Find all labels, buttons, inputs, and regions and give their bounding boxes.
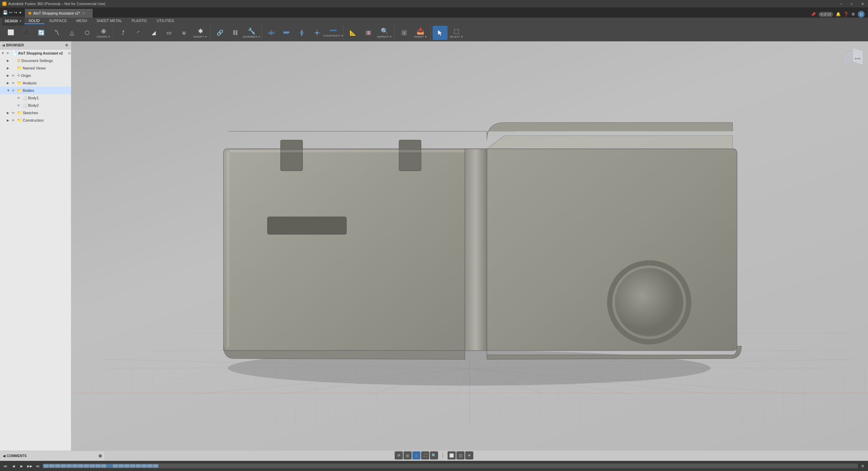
timeline-item[interactable]: [78, 464, 83, 468]
settings-icon[interactable]: ⚙: [851, 12, 855, 17]
shell-tool[interactable]: ▭: [161, 26, 176, 40]
midplane-tool[interactable]: [279, 26, 294, 40]
press-pull-tool[interactable]: ⤴: [116, 26, 131, 40]
timeline-item[interactable]: [61, 464, 66, 468]
timeline-item[interactable]: [141, 464, 147, 468]
timeline-item[interactable]: [95, 464, 101, 468]
environment-tool[interactable]: ☀: [465, 451, 473, 459]
as-built-joint-tool[interactable]: ⛓: [228, 26, 243, 40]
maximize-button[interactable]: □: [846, 0, 857, 7]
construction-eye-icon[interactable]: 👁: [12, 119, 16, 122]
timeline-item[interactable]: [90, 464, 95, 468]
timeline-item[interactable]: [113, 464, 118, 468]
collapse-icon[interactable]: ◀: [2, 43, 5, 47]
interference-tool[interactable]: [361, 26, 376, 40]
timeline-item[interactable]: [118, 464, 124, 468]
subtab-utilities[interactable]: UTILITIES: [152, 18, 179, 24]
subtab-solid[interactable]: SOLID: [24, 18, 44, 24]
mirror-tool[interactable]: ⬡: [80, 26, 95, 40]
subtab-sheet-metal[interactable]: SHEET METAL: [92, 18, 127, 24]
body1-eye-icon[interactable]: 👁: [17, 96, 22, 100]
select-tool[interactable]: [433, 26, 448, 40]
joint-tool[interactable]: 🔗: [213, 26, 228, 40]
subtab-plastic[interactable]: PLASTIC: [127, 18, 152, 24]
timeline-next-icon[interactable]: ▶▶: [26, 463, 33, 469]
origin-eye-icon[interactable]: 👁: [12, 74, 16, 78]
combine-tool[interactable]: ⊌: [177, 26, 192, 40]
quick-access-menu-icon[interactable]: ▼: [19, 11, 22, 15]
display-settings-tool[interactable]: ⬜: [448, 451, 456, 459]
viewcube[interactable]: BACK: [837, 45, 865, 72]
point-tool[interactable]: [310, 26, 324, 40]
timeline-item[interactable]: [55, 464, 60, 468]
inspect-group[interactable]: 🔍 INSPECT ▼: [376, 26, 393, 40]
timeline-item[interactable]: [43, 464, 49, 468]
tree-origin[interactable]: ▶ 👁 ✛ Origin: [0, 72, 71, 79]
select-group[interactable]: ⬚ SELECT ▼: [448, 26, 465, 40]
tree-body2[interactable]: ▶ 👁 ⬜ Body2: [0, 102, 71, 109]
timeline-item[interactable]: [130, 464, 135, 468]
timeline-item[interactable]: [153, 464, 158, 468]
quick-save-icon[interactable]: 💾: [3, 10, 8, 15]
timeline-track[interactable]: [43, 464, 858, 468]
comments-settings-icon[interactable]: ⚙: [98, 454, 102, 458]
offset-plane-tool[interactable]: [264, 26, 279, 40]
zoom-tool[interactable]: 🔍: [430, 451, 438, 459]
axis-tool[interactable]: [294, 26, 309, 40]
viewport[interactable]: BACK: [71, 41, 868, 451]
timeline-item[interactable]: [124, 464, 130, 468]
tree-named-views[interactable]: ▶ 👁 📁 Named Views: [0, 64, 71, 72]
sweep-tool[interactable]: 〽: [49, 26, 64, 40]
construct-group[interactable]: CONSTRUCT ▼: [325, 26, 342, 40]
look-at-tool[interactable]: ◎: [403, 451, 412, 459]
active-tab[interactable]: AIoT Shopping Assistant v2* ✕: [25, 9, 93, 18]
timeline-first-icon[interactable]: ⏮: [2, 463, 9, 469]
timeline-item[interactable]: [84, 464, 89, 468]
minimize-button[interactable]: ─: [835, 0, 846, 7]
root-settings-icon[interactable]: ⚙: [68, 52, 71, 55]
undo-icon[interactable]: ↩: [9, 10, 13, 15]
orbit-tool[interactable]: ⟳: [395, 451, 403, 459]
help-icon[interactable]: ❓: [844, 12, 849, 17]
modify-group[interactable]: ✱ MODIFY ▼: [192, 26, 209, 40]
measure-tool[interactable]: 📐: [346, 26, 360, 40]
assemble-group[interactable]: 🔧 ASSEMBLE ▼: [243, 26, 260, 40]
timeline-last-icon[interactable]: ⏭: [35, 463, 41, 469]
create-group[interactable]: ⊕ CREATE ▼: [95, 26, 112, 40]
timeline-item[interactable]: [101, 464, 106, 468]
tree-analysis[interactable]: ▶ 👁 📁 Analysis: [0, 79, 71, 87]
bodies-eye-icon[interactable]: 👁: [12, 89, 16, 93]
design-menu-button[interactable]: DESIGN ▼: [2, 16, 24, 26]
extrude-tool[interactable]: ⬛: [19, 26, 34, 40]
root-eye-icon[interactable]: 👁: [6, 52, 11, 55]
tree-root[interactable]: ▼ 👁 📄 AIoT Shopping Assistant v2 ⚙: [0, 49, 71, 57]
home-tool[interactable]: ⌂: [412, 451, 420, 459]
timeline-item[interactable]: [49, 464, 55, 468]
tree-body1[interactable]: ▶ 👁 ⬜ Body1: [0, 94, 71, 102]
browser-settings-icon[interactable]: ⚙: [64, 43, 69, 48]
revolve-tool[interactable]: 🔄: [34, 26, 49, 40]
close-button[interactable]: ✕: [857, 0, 868, 7]
tree-bodies[interactable]: ▼ 👁 📁 Bodies: [0, 87, 71, 94]
named-views-eye-icon[interactable]: 👁: [12, 66, 16, 70]
subtab-mesh[interactable]: MESH: [72, 18, 92, 24]
fillet-tool[interactable]: ◜: [131, 26, 146, 40]
sketches-eye-icon[interactable]: 👁: [12, 111, 16, 115]
timeline-item[interactable]: [136, 464, 141, 468]
analysis-eye-icon[interactable]: 👁: [12, 81, 16, 85]
timeline-item-active[interactable]: [107, 464, 112, 468]
notification-icon[interactable]: 🔔: [836, 12, 841, 17]
fit-tool[interactable]: ⛶: [421, 451, 429, 459]
insert-group[interactable]: 📥 INSERT ▼: [412, 26, 429, 40]
tree-construction[interactable]: ▶ 👁 📁 Construction: [0, 117, 71, 124]
tree-sketches[interactable]: ▶ 👁 📁 Sketches: [0, 109, 71, 117]
user-avatar[interactable]: U: [858, 11, 865, 18]
visual-style-tool[interactable]: ◫: [456, 451, 465, 459]
doc-settings-eye-icon[interactable]: 👁: [12, 59, 16, 63]
insert-derive-tool[interactable]: ⬇: [397, 26, 412, 40]
timeline-item[interactable]: [72, 464, 78, 468]
tab-close-icon[interactable]: ✕: [82, 12, 85, 15]
timeline-item[interactable]: [66, 464, 72, 468]
pin-icon[interactable]: 📌: [811, 12, 816, 17]
expand-comments-icon[interactable]: ◀: [3, 454, 5, 458]
